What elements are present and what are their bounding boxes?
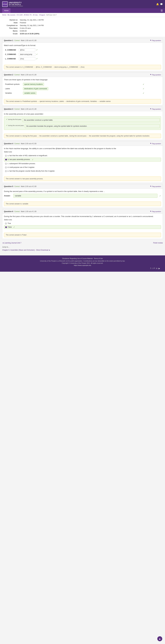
sym-val-0: special memory locations bbox=[23, 83, 44, 86]
question-5-mark: Mark 2.00 out of 2.00 bbox=[21, 186, 36, 188]
university-tagline: The Education Revolution bbox=[9, 5, 23, 7]
youtube-icon[interactable]: ▶ bbox=[159, 267, 160, 270]
q1-flag-button[interactable]: ⚑ Flag question bbox=[150, 40, 161, 41]
q4-feedback: The correct answer is: two-pass assembly… bbox=[4, 176, 161, 181]
breadcrumb-mycourses[interactable]: My courses bbox=[7, 14, 15, 16]
question-1-title: Question 1 bbox=[4, 40, 13, 42]
radio-dot-1 bbox=[5, 159, 7, 160]
q3-row-0: ✓ during the first pass the assembler co… bbox=[5, 118, 160, 122]
q3-flag-button[interactable]: ⚑ Flag question bbox=[150, 108, 161, 110]
question-5-status: Correct bbox=[14, 186, 20, 188]
logo-initials: UoPeople bbox=[3, 4, 7, 5]
q4-option-0[interactable]: a. fact that the order of HDL statements… bbox=[4, 154, 161, 157]
disclaimer-link[interactable]: Disclaimer Regarding Use of Course Mater… bbox=[62, 258, 93, 259]
q3-feedback-text: The correct answer is: during the first … bbox=[6, 135, 150, 137]
q4-select-one-label: Select one: bbox=[4, 151, 161, 153]
check-icon: ✓ bbox=[143, 88, 144, 90]
q1-feedback: The correct answer is: A_COMMAND → @Xxx,… bbox=[4, 65, 161, 69]
q4-option-2[interactable]: c. subsequent VM translation process. bbox=[4, 162, 161, 165]
q2-flag-button[interactable]: ⚑ Flag question bbox=[150, 74, 161, 76]
match-val-1: dest=comp;jump bbox=[19, 53, 35, 56]
q6-flag-button[interactable]: ⚑ Flag question bbox=[150, 210, 161, 212]
question-3-block: Question 3 Correct Mark 1.00 out of 1.00… bbox=[2, 107, 163, 140]
pinterest-icon[interactable]: P bbox=[154, 267, 155, 270]
question-3-header: Question 3 Correct Mark 1.00 out of 1.00… bbox=[2, 107, 163, 111]
jump-to[interactable]: Jump to... bbox=[0, 246, 165, 248]
q4-option-4[interactable]: e. fact that the program counter feeds d… bbox=[4, 169, 161, 173]
footer-website: https://www.uopeople.edu bbox=[2, 264, 163, 266]
next-link[interactable]: Finish review bbox=[153, 242, 163, 244]
q4-radio-group: a. fact that the order of HDL statements… bbox=[4, 154, 161, 173]
q4-option-label-3: d. multi-purpose use of the A register. bbox=[7, 166, 35, 168]
sym-key-2: Variables bbox=[4, 91, 22, 95]
marks-label: Marks bbox=[2, 30, 19, 32]
check-icon: ✓ bbox=[13, 226, 15, 228]
check-icon: ✓ bbox=[143, 92, 144, 94]
q4-option-label-0: a. fact that the order of HDL statements… bbox=[7, 155, 48, 156]
question-4-block: Question 4 Correct Mark 2.00 out of 2.00… bbox=[2, 141, 163, 183]
question-3-body: In the assembly process of a two-pass as… bbox=[2, 111, 163, 132]
q4-flag-button[interactable]: ⚑ Flag question bbox=[150, 143, 161, 144]
hamburger-icon[interactable]: ☰ bbox=[161, 9, 163, 12]
q2-symbols-table: Predefined symbols special memory locati… bbox=[4, 82, 161, 95]
chat-icon[interactable]: 💬 bbox=[160, 3, 163, 6]
state-value: Finished bbox=[19, 21, 163, 24]
footer-website-link[interactable]: https://www.uopeople.edu bbox=[74, 264, 91, 266]
q3-pass-container: ✓ during the first pass the assembler co… bbox=[4, 116, 161, 130]
nav-home[interactable]: Home bbox=[2, 8, 10, 13]
footer-copyright2: Copyright © University of the People 202… bbox=[2, 262, 163, 264]
q6-option-false[interactable]: False ✓ bbox=[4, 225, 161, 229]
q1-match-table: A_COMMAND @Xxx✓ C_COMMAND dest=comp;jump… bbox=[4, 48, 161, 61]
completed-on-label: Completed on bbox=[2, 24, 19, 27]
question-2-header: Question 2 Correct Mark 1.00 out of 1.00… bbox=[2, 72, 163, 77]
q5-flag-button[interactable]: ⚑ Flag question bbox=[150, 186, 161, 187]
footer-copyright1: University of the People is a 501(c)(3) … bbox=[2, 260, 163, 262]
q3-flag-label: Flag question bbox=[152, 108, 161, 110]
question-2-block: Question 2 Correct Mark 1.00 out of 1.00… bbox=[2, 72, 163, 105]
question-5-body: During the second pass of the assembly p… bbox=[2, 189, 163, 200]
linkedin-icon[interactable]: in bbox=[156, 267, 158, 270]
q3-pass-label-0: ✓ during the first pass bbox=[5, 118, 21, 122]
question-6-block: Question 6 Correct Mark 1.00 out of 1.00… bbox=[2, 209, 163, 239]
q5-answer-input[interactable]: variable bbox=[13, 194, 158, 198]
flag-icon: ⚑ bbox=[150, 143, 151, 144]
terms-link[interactable]: Terms of Use bbox=[94, 258, 103, 259]
question-6-status: Correct bbox=[14, 210, 20, 212]
q5-flag-label: Flag question bbox=[152, 186, 161, 187]
q4-option-1[interactable]: b. two-pass assembly process. ✓ bbox=[4, 158, 161, 162]
question-5-header: Question 5 Correct Mark 2.00 out of 2.00… bbox=[2, 184, 163, 189]
q6-option-true[interactable]: True bbox=[4, 222, 161, 225]
sym-key-0: Predefined symbols bbox=[4, 82, 22, 86]
question-3-text: In the assembly process of a two-pass as… bbox=[4, 113, 161, 115]
radio-dot-4 bbox=[5, 170, 7, 172]
question-2-title: Question 2 bbox=[4, 74, 13, 76]
q6-feedback: The correct answer is 'False'. bbox=[4, 233, 161, 237]
question-6-title: Question 6 bbox=[4, 210, 13, 212]
breadcrumb-week[interactable]: 29 July - 4 August bbox=[33, 14, 45, 16]
chapter-link-text[interactable]: Chapter 6: Assembler (Nisan and Schocken… bbox=[2, 249, 50, 251]
started-on-label: Started on bbox=[2, 18, 19, 21]
q5-answer-row: Answer: variable ✓ bbox=[4, 194, 161, 198]
q2-flag-label: Flag question bbox=[152, 74, 161, 76]
flag-icon: ⚑ bbox=[150, 186, 151, 187]
chapter-link: Chapter 6: Assembler (Nisan and Schocken… bbox=[0, 248, 165, 253]
twitter-icon[interactable]: t bbox=[152, 267, 153, 270]
q4-option-3[interactable]: d. multi-purpose use of the A register. bbox=[4, 166, 161, 169]
radio-dot-3 bbox=[5, 166, 7, 168]
q6-feedback-text: The correct answer is 'False'. bbox=[6, 234, 27, 236]
q4-option-label-2: c. subsequent VM translation process. bbox=[7, 162, 35, 164]
breadcrumb-current: Self Quiz Unit 7 bbox=[46, 14, 57, 16]
q6-true-label: True bbox=[7, 222, 11, 224]
question-1-text: Match each commandType to its format: bbox=[4, 44, 161, 46]
breadcrumb-home[interactable]: Home bbox=[2, 14, 6, 16]
question-5-text: During the second pass of the assembly p… bbox=[4, 190, 161, 192]
question-1-body: Match each commandType to its format: A_… bbox=[2, 43, 163, 64]
question-2-body: There are three types of symbols in the … bbox=[2, 77, 163, 98]
bell-icon[interactable]: 🔔 bbox=[156, 3, 159, 6]
prev-link[interactable]: ◄ Learning Journal Unit 7 bbox=[2, 242, 21, 244]
facebook-icon[interactable]: f bbox=[150, 267, 151, 270]
check-icon-0: ✓ bbox=[36, 49, 38, 51]
sym-key-1: Labels bbox=[4, 86, 22, 91]
breadcrumb-course[interactable]: CS 1104 - AY2021-TS bbox=[17, 14, 31, 16]
radio-dot-false bbox=[5, 226, 7, 228]
